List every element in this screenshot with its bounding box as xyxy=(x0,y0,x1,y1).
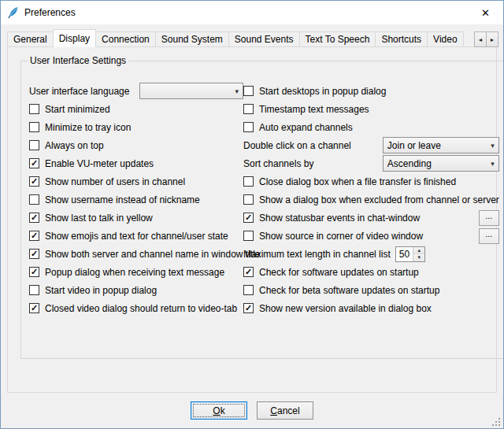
checkbox-start-minimized[interactable] xyxy=(29,104,39,114)
label-show-statusbar-events-in-chat-window: Show statusbar events in chat-window xyxy=(259,213,420,224)
row-show-last-to-talk-in-yellow: ✓Show last to talk in yellow xyxy=(29,209,243,227)
label-show-last-to-talk-in-yellow: Show last to talk in yellow xyxy=(45,213,153,224)
tab-video[interactable]: Video xyxy=(427,31,463,46)
row-check-for-beta-software-updates-on-startup: Check for beta software updates on start… xyxy=(243,281,499,299)
tab-general[interactable]: General xyxy=(7,31,54,46)
row-always-on-top: Always on top xyxy=(29,136,243,154)
label-show-both-server-and-channel-name-in-window-title: Show both server and channel name in win… xyxy=(45,249,261,260)
label-auto-expand-channels: Auto expand channels xyxy=(259,122,353,133)
checkbox-close-dialog-box-when-a-file-transfer-is-finished[interactable] xyxy=(243,176,254,187)
label-check-for-software-updates-on-startup: Check for software updates on startup xyxy=(259,267,419,278)
checkbox-popup-dialog-when-receiving-text-message[interactable]: ✓ xyxy=(29,267,39,277)
maximum-text-length-in-channel-list-label: Maximum text length in channel list xyxy=(243,249,391,260)
row-timestamp-text-messages: Timestamp text messages xyxy=(243,100,499,118)
tab-scroll-left-button[interactable]: ◄ xyxy=(474,31,487,47)
row-show-new-version-available-in-dialog-box: ✓Show new version available in dialog bo… xyxy=(243,299,499,317)
group-title: User Interface Settings xyxy=(28,55,128,66)
row-start-video-in-popup-dialog: Start video in popup dialog xyxy=(29,281,243,299)
resize-grip[interactable] xyxy=(491,416,501,426)
label-close-dialog-box-when-a-file-transfer-is-finished: Close dialog box when a file transfer is… xyxy=(259,176,456,187)
label-start-desktops-in-popup-dialog: Start desktops in popup dialog xyxy=(259,86,386,97)
label-show-new-version-available-in-dialog-box: Show new version available in dialog box xyxy=(259,303,432,314)
checkbox-enable-vu-meter-updates[interactable]: ✓ xyxy=(29,158,39,168)
label-always-on-top: Always on top xyxy=(45,140,104,151)
row-enable-vu-meter-updates: ✓Enable VU-meter updates xyxy=(29,154,243,172)
close-button[interactable]: ✕ xyxy=(468,1,503,24)
show-statusbar-events-in-chat-window-more-button[interactable]: ... xyxy=(479,210,499,226)
window-title: Preferences xyxy=(24,7,76,18)
row-close-dialog-box-when-a-file-transfer-is-finished: Close dialog box when a file transfer is… xyxy=(243,172,499,190)
checkbox-show-emojis-and-text-for-channel-user-state[interactable]: ✓ xyxy=(29,231,39,241)
tab-shortcuts[interactable]: Shortcuts xyxy=(375,31,428,46)
user-interface-language-label: User interface language xyxy=(29,86,129,97)
tab-connection[interactable]: Connection xyxy=(95,31,156,46)
checkbox-show-new-version-available-in-dialog-box[interactable]: ✓ xyxy=(243,303,254,313)
row-show-a-dialog-box-when-excluded-from-channel-or-server: Show a dialog box when excluded from cha… xyxy=(243,190,499,209)
row-auto-expand-channels: Auto expand channels xyxy=(243,118,499,136)
app-icon xyxy=(7,6,20,19)
tab-scroll: ◄ ► xyxy=(474,31,498,47)
checkbox-show-a-dialog-box-when-excluded-from-channel-or-server[interactable] xyxy=(243,194,254,205)
user-interface-language-dropdown[interactable]: ▾ xyxy=(139,83,243,99)
sort-channels-by-label: Sort channels by xyxy=(243,158,313,169)
checkbox-check-for-software-updates-on-startup[interactable]: ✓ xyxy=(243,267,254,277)
row-show-both-server-and-channel-name-in-window-title: ✓Show both server and channel name in wi… xyxy=(29,245,243,263)
tab-display[interactable]: Display xyxy=(53,29,96,47)
checkbox-start-desktops-in-popup-dialog[interactable] xyxy=(243,86,254,96)
row-show-number-of-users-in-channel: ✓Show number of users in channel xyxy=(29,172,243,190)
label-minimize-to-tray-icon: Minimize to tray icon xyxy=(45,122,131,133)
dialog-buttons: Ok Cancel xyxy=(1,401,503,420)
chevron-down-icon: ▾ xyxy=(491,160,495,168)
checkbox-closed-video-dialog-should-return-to-video-tab[interactable]: ✓ xyxy=(29,303,39,313)
double-click-on-a-channel-label: Double click on a channel xyxy=(243,140,351,151)
label-show-source-in-corner-of-video-window: Show source in corner of video window xyxy=(259,231,423,242)
sort-channels-by-dropdown[interactable]: Ascending▾ xyxy=(383,155,499,172)
row-minimize-to-tray-icon: Minimize to tray icon xyxy=(29,118,243,136)
checkbox-show-username-instead-of-nickname[interactable] xyxy=(29,194,39,205)
sort-channels-by-row: Sort channels byAscending▾ xyxy=(243,154,499,172)
spin-down-icon[interactable]: ▼ xyxy=(413,254,424,261)
maximum-text-length-in-channel-list-spinbox[interactable]: 50▲▼ xyxy=(395,246,425,262)
show-source-in-corner-of-video-window-more-button[interactable]: ... xyxy=(479,228,499,244)
tab-text-to-speech[interactable]: Text To Speech xyxy=(299,31,376,46)
tab-sound-system[interactable]: Sound System xyxy=(155,31,229,46)
row-popup-dialog-when-receiving-text-message: ✓Popup dialog when receiving text messag… xyxy=(29,263,243,281)
row-show-username-instead-of-nickname: Show username instead of nickname xyxy=(29,190,243,209)
label-show-emojis-and-text-for-channel-user-state: Show emojis and text for channel/user st… xyxy=(45,231,228,242)
maximum-text-length-in-channel-list-value: 50 xyxy=(396,247,413,261)
preferences-window: Preferences ✕ GeneralDisplayConnectionSo… xyxy=(0,0,504,429)
ok-button[interactable]: Ok xyxy=(191,401,247,420)
label-show-number-of-users-in-channel: Show number of users in channel xyxy=(45,176,185,187)
row-start-desktops-in-popup-dialog: Start desktops in popup dialog xyxy=(243,82,499,100)
label-check-for-beta-software-updates-on-startup: Check for beta software updates on start… xyxy=(259,285,439,296)
row-show-source-in-corner-of-video-window: Show source in corner of video window... xyxy=(243,227,499,245)
titlebar: Preferences ✕ xyxy=(1,1,503,24)
checkbox-auto-expand-channels[interactable] xyxy=(243,122,254,132)
label-show-a-dialog-box-when-excluded-from-channel-or-server: Show a dialog box when excluded from cha… xyxy=(259,194,499,205)
spin-up-icon[interactable]: ▲ xyxy=(413,247,424,254)
label-start-video-in-popup-dialog: Start video in popup dialog xyxy=(45,285,157,296)
cancel-button[interactable]: Cancel xyxy=(257,401,313,420)
label-enable-vu-meter-updates: Enable VU-meter updates xyxy=(45,158,154,169)
tab-bar: GeneralDisplayConnectionSound SystemSoun… xyxy=(7,29,472,47)
checkbox-minimize-to-tray-icon[interactable] xyxy=(29,122,39,132)
double-click-on-a-channel-dropdown[interactable]: Join or leave▾ xyxy=(383,137,499,153)
label-timestamp-text-messages: Timestamp text messages xyxy=(259,104,369,115)
label-popup-dialog-when-receiving-text-message: Popup dialog when receiving text message xyxy=(45,267,224,278)
checkbox-show-source-in-corner-of-video-window[interactable] xyxy=(243,231,254,241)
row-show-statusbar-events-in-chat-window: ✓Show statusbar events in chat-window... xyxy=(243,209,499,227)
maximum-text-length-in-channel-list-row: Maximum text length in channel list50▲▼ xyxy=(243,245,499,263)
checkbox-show-number-of-users-in-channel[interactable]: ✓ xyxy=(29,176,39,187)
label-show-username-instead-of-nickname: Show username instead of nickname xyxy=(45,194,200,205)
checkbox-show-statusbar-events-in-chat-window[interactable]: ✓ xyxy=(243,213,254,223)
checkbox-timestamp-text-messages[interactable] xyxy=(243,104,254,114)
checkbox-show-last-to-talk-in-yellow[interactable]: ✓ xyxy=(29,213,39,223)
label-closed-video-dialog-should-return-to-video-tab: Closed video dialog should return to vid… xyxy=(45,303,237,314)
double-click-on-a-channel-value: Join or leave xyxy=(387,140,487,151)
tab-sound-events[interactable]: Sound Events xyxy=(228,31,300,46)
checkbox-check-for-beta-software-updates-on-startup[interactable] xyxy=(243,285,254,295)
checkbox-always-on-top[interactable] xyxy=(29,140,39,150)
tab-scroll-right-button[interactable]: ► xyxy=(486,31,498,47)
checkbox-start-video-in-popup-dialog[interactable] xyxy=(29,285,39,295)
checkbox-show-both-server-and-channel-name-in-window-title[interactable]: ✓ xyxy=(29,249,39,259)
